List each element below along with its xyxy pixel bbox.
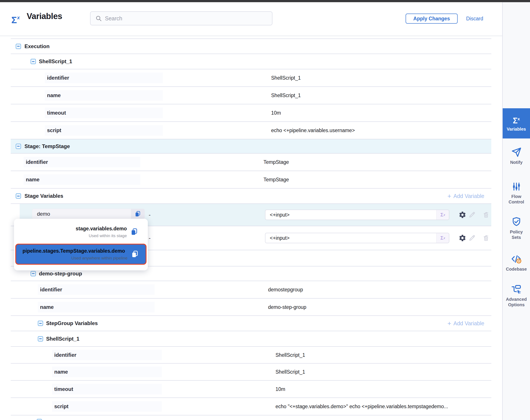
tree-row: identifierdemostepgroup — [11, 281, 491, 299]
field-value: 10m — [276, 386, 285, 392]
field-label: name — [52, 367, 162, 377]
sidebar-item-label: AdvancedOptions — [506, 297, 527, 308]
collapse-icon[interactable] — [16, 193, 21, 199]
tree-row: ShellScript_1 — [11, 54, 491, 69]
copy-icon[interactable] — [131, 250, 139, 258]
field-value: ShellScript_1 — [276, 369, 305, 375]
field-label: identifier — [24, 157, 140, 167]
tree-row: Stage Variables+Add Variable — [11, 189, 491, 204]
discard-button[interactable]: Discard — [466, 14, 483, 24]
tree-row: nameShellScript_1 — [11, 363, 491, 381]
search-input[interactable]: Search — [90, 11, 272, 25]
variable-value: <+input> — [265, 233, 436, 243]
tree-row: identifierShellScript_1 — [11, 69, 491, 87]
variable-value-input[interactable]: <+input>Σx — [265, 210, 449, 220]
collapse-icon[interactable] — [38, 336, 43, 342]
panel-header: Σx Variables Search Apply Changes Discar… — [0, 2, 502, 36]
copy-icon — [134, 211, 141, 217]
section-label: StepGroup Variables — [46, 320, 98, 326]
sidebar-item-flow-control[interactable]: FlowControl — [503, 181, 530, 205]
collapse-icon[interactable] — [38, 321, 43, 326]
collapse-icon[interactable] — [31, 271, 36, 276]
sigma-x-icon: Σx — [513, 115, 520, 125]
field-value: TempStage — [264, 177, 289, 183]
sidebar-item-label: FlowControl — [509, 194, 524, 205]
collapse-icon[interactable] — [37, 419, 42, 420]
tree-row: nameShellScript_1 — [11, 87, 491, 104]
page-title: Variables — [27, 12, 62, 21]
sidebar-item-label: Notify — [510, 160, 523, 165]
sidebar-item-variables[interactable]: ΣxVariables — [503, 108, 530, 138]
delete-trash-icon[interactable] — [483, 211, 489, 218]
flowchart-gear-icon — [511, 284, 522, 294]
delete-trash-icon[interactable] — [483, 235, 489, 241]
code-warning-icon — [511, 254, 522, 264]
variable-expression: stage.variables.demo — [76, 226, 127, 232]
field-label: identifier — [38, 284, 155, 295]
search-placeholder: Search — [105, 15, 122, 22]
sliders-icon — [511, 181, 521, 192]
plus-icon: + — [447, 193, 451, 199]
field-label: timeout — [52, 384, 162, 394]
tree-row: identifierTempStage — [11, 153, 491, 171]
variable-expression: pipeline.stages.TempStage.variables.demo — [23, 248, 128, 254]
variable-value: <+input> — [265, 210, 436, 220]
field-value: TempStage — [264, 159, 289, 165]
tree-row: timeout10m — [11, 381, 491, 398]
tree-row: nameTempStage — [11, 171, 491, 189]
copy-icon[interactable] — [130, 228, 138, 236]
variable-description-dash: - — [149, 211, 151, 218]
field-label: script — [52, 401, 162, 412]
collapse-icon[interactable] — [16, 144, 21, 149]
variable-reference-popup: stage.variables.demo Used within its sta… — [14, 219, 148, 270]
variable-scope-note: Used anywhere within pipeline — [23, 256, 128, 260]
tree-row — [11, 415, 491, 420]
popup-option-stage-scope[interactable]: stage.variables.demo Used within its sta… — [14, 222, 148, 242]
sidebar-item-notify[interactable]: Notify — [503, 147, 530, 165]
popup-option-pipeline-scope[interactable]: pipeline.stages.TempStage.variables.demo… — [15, 244, 147, 265]
paper-plane-icon — [511, 147, 522, 157]
variable-name-input[interactable]: demo — [32, 209, 145, 219]
runtime-input-sigma-button[interactable]: Σx — [436, 233, 449, 243]
field-label: name — [24, 174, 140, 185]
section-label: ShellScript_1 — [39, 59, 72, 64]
sidebar-item-label: PolicySets — [510, 229, 523, 240]
runtime-input-sigma-button[interactable]: Σx — [436, 210, 449, 220]
apply-changes-button[interactable]: Apply Changes — [406, 14, 458, 24]
copy-button[interactable] — [131, 209, 145, 219]
settings-gear-icon[interactable] — [458, 211, 466, 219]
field-value: echo "<+stage.variables.demo>" echo <+pi… — [276, 404, 448, 409]
field-value: ShellScript_1 — [276, 352, 305, 358]
field-label: identifier — [52, 350, 162, 360]
add-variable-button[interactable]: +Add Variable — [447, 193, 484, 199]
add-variable-button[interactable]: +Add Variable — [447, 320, 484, 327]
edit-pencil-icon[interactable] — [468, 211, 476, 219]
field-label: name — [38, 302, 155, 312]
add-variable-label: Add Variable — [454, 320, 484, 327]
variable-value-input[interactable]: <+input>Σx — [265, 233, 449, 243]
section-label: Stage Variables — [25, 193, 63, 199]
sidebar-item-advanced-options[interactable]: AdvancedOptions — [503, 284, 530, 308]
window-top-bar — [0, 0, 530, 2]
field-label: script — [45, 125, 163, 136]
field-value: demo-step-group — [268, 304, 306, 310]
sidebar-item-label: Variables — [507, 126, 526, 132]
field-value: demostepgroup — [268, 287, 303, 293]
sidebar-item-policy-sets[interactable]: PolicySets — [503, 217, 530, 240]
collapse-icon[interactable] — [31, 59, 36, 64]
tree-row: scriptecho "<+stage.variables.demo>" ech… — [11, 398, 491, 415]
field-value: 10m — [271, 110, 281, 116]
settings-gear-icon[interactable] — [458, 234, 466, 242]
field-value: ShellScript_1 — [271, 92, 301, 98]
section-label: Execution — [25, 43, 50, 49]
field-value: echo <+pipeline.variables.username> — [271, 128, 355, 134]
edit-pencil-icon[interactable] — [468, 234, 476, 242]
right-sidebar: ΣxVariablesNotifyFlowControlPolicySetsCo… — [502, 2, 530, 420]
sidebar-item-codebase[interactable]: Codebase — [503, 254, 530, 272]
collapse-icon[interactable] — [16, 44, 21, 49]
variable-name: demo — [32, 209, 131, 219]
sidebar-item-label: Codebase — [506, 267, 527, 272]
field-label: name — [45, 90, 163, 101]
shield-check-icon — [511, 217, 522, 227]
tree-row: namedemo-step-group — [11, 299, 491, 316]
